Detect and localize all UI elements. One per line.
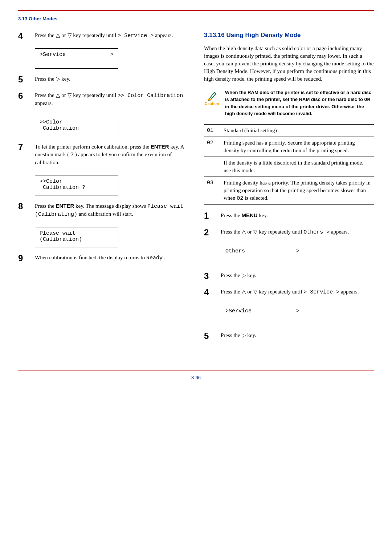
text: Press the: [221, 212, 242, 218]
code: > Service >: [303, 289, 339, 295]
step-number: 1: [204, 211, 213, 221]
lcd-display: >>Color Calibration ?: [35, 175, 118, 195]
text: key.: [246, 272, 256, 278]
page-number: 3-66: [18, 375, 374, 380]
caution-block: Caution When the RAM disc of the printer…: [204, 89, 374, 117]
triangle-up-icon: [56, 32, 60, 38]
step-5: 5 Press the key.: [18, 75, 188, 84]
display-text: >>Color Calibration ?: [40, 178, 114, 191]
caution-label: Caution: [204, 102, 220, 106]
r-step-2: 2 Press the or key repeatedly until Othe…: [204, 228, 374, 238]
right-column: 3.13.16 Using High Density Mode When the…: [204, 32, 374, 348]
text: key.: [60, 76, 70, 82]
step-body: When calibration is finished, the displa…: [35, 254, 188, 263]
table-code: 03: [204, 177, 221, 205]
step-number: 2: [204, 228, 213, 238]
text: To let the printer perform color calibra…: [35, 144, 151, 150]
step-number: 5: [204, 332, 213, 341]
text: key repeatedly until: [258, 289, 304, 295]
text: Press the: [221, 289, 242, 295]
top-rule: [18, 10, 374, 11]
step-body: Press the ENTER key. The message display…: [35, 202, 188, 220]
r-step-4: 4 Press the or key repeatedly until > Se…: [204, 288, 374, 297]
text: When the RAM disc of the printer is set …: [225, 90, 371, 102]
text: Press the: [35, 76, 56, 82]
triangle-right-icon: [56, 76, 60, 82]
lcd-display: Others >: [221, 245, 304, 265]
triangle-down-icon: [68, 32, 72, 38]
code: > Service >: [118, 33, 154, 39]
bold-enter: ENTER: [56, 203, 74, 209]
section-header: 3.13 Other Modes: [18, 16, 374, 21]
code: Others >: [303, 229, 330, 235]
display-text: >Service: [225, 308, 296, 314]
display-text: Please wait (Calibration): [40, 230, 114, 243]
table-code: 02: [204, 137, 221, 157]
step-body: Press the key.: [221, 332, 374, 341]
step-body: Press the or key repeatedly until >> Col…: [35, 92, 188, 109]
triangle-right-icon: [242, 272, 246, 278]
text: key repeatedly until: [72, 32, 118, 38]
text: Press the: [221, 229, 242, 235]
text: Press the: [35, 92, 56, 98]
text: key repeatedly until: [72, 92, 118, 98]
step-number: 4: [18, 32, 28, 41]
text: Press the: [221, 332, 242, 338]
caution-icon-wrap: Caution: [204, 89, 220, 117]
step-body: Press the key.: [35, 75, 188, 84]
step-number: 9: [18, 254, 28, 263]
lcd-display: Please wait (Calibration): [35, 227, 118, 247]
step-number: 4: [204, 288, 213, 297]
code: >> Color Calibration: [118, 93, 183, 99]
table-desc: Standard (Initial setting): [221, 125, 374, 137]
step-number: 5: [18, 75, 28, 84]
display-right: >: [296, 308, 299, 314]
triangle-up-icon: [242, 229, 246, 235]
triangle-down-icon: [68, 92, 72, 98]
text: appears.: [330, 229, 349, 235]
step-body: Press the or key repeatedly until > Serv…: [221, 288, 374, 297]
step-9: 9 When calibration is finished, the disp…: [18, 254, 188, 263]
bottom-rule: [18, 370, 374, 370]
text: key repeatedly until: [258, 229, 304, 235]
text: Press the: [221, 272, 242, 278]
lcd-display: >Service >: [35, 48, 118, 69]
r-step-3: 3 Press the key.: [204, 272, 374, 281]
triangle-up-icon: [242, 289, 246, 295]
svg-point-0: [208, 98, 211, 101]
caution-text: When the RAM disc of the printer is set …: [225, 89, 374, 117]
r-step-1: 1 Press the MENU key.: [204, 211, 374, 221]
code: ?: [70, 152, 74, 158]
step-7: 7 To let the printer perform color calib…: [18, 143, 188, 168]
display-text: Others: [225, 248, 296, 254]
code-inline: 02: [237, 195, 243, 202]
brush-icon: [206, 89, 218, 102]
display-text: >Service: [40, 52, 110, 58]
triangle-down-icon: [253, 229, 258, 235]
step-6: 6 Press the or key repeatedly until >> C…: [18, 92, 188, 109]
display-right: >: [296, 248, 299, 254]
text: key. The message display shows: [74, 203, 147, 209]
text: appears.: [154, 32, 173, 38]
subsection-heading: 3.13.16 Using High Density Mode: [204, 32, 374, 39]
table-desc: Printing speed has a priority. Secure th…: [221, 137, 374, 157]
lcd-display: >Service >: [221, 305, 304, 325]
text: key.: [246, 332, 256, 338]
text: in the device setting menu of the printe…: [225, 104, 364, 116]
step-body: Press the or key repeatedly until > Serv…: [35, 32, 188, 41]
text: is selected.: [243, 195, 269, 201]
lcd-display: >>Color Calibration: [35, 116, 118, 136]
triangle-up-icon: [56, 92, 60, 98]
two-column-layout: 4 Press the or key repeatedly until > Se…: [18, 32, 374, 348]
display-right: >: [110, 52, 114, 58]
step-body: To let the printer perform color calibra…: [35, 143, 188, 168]
step-body: Press the key.: [221, 272, 374, 281]
bold-menu: MENU: [242, 212, 258, 218]
left-column: 4 Press the or key repeatedly until > Se…: [18, 32, 188, 348]
triangle-right-icon: [242, 332, 246, 338]
step-body: Press the MENU key.: [221, 211, 374, 221]
step-body: Press the or key repeatedly until Others…: [221, 228, 374, 238]
step-8: 8 Press the ENTER key. The message displ…: [18, 202, 188, 220]
table-code: [204, 157, 221, 177]
code: Ready.: [146, 255, 166, 261]
